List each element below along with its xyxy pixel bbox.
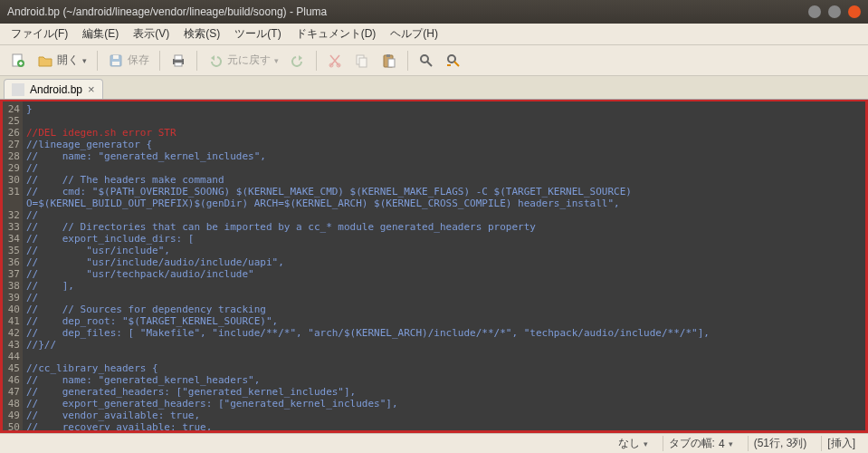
menu-edit[interactable]: 編集(E) bbox=[75, 24, 126, 43]
open-label: 開く bbox=[57, 53, 79, 68]
doc-tabs: Android.bp × bbox=[0, 76, 868, 100]
svg-point-16 bbox=[448, 55, 455, 63]
menu-view[interactable]: 表示(V) bbox=[126, 24, 176, 43]
dropdown-indicator-icon: ▾ bbox=[729, 439, 733, 448]
statusbar: なし ▾ タブの幅: 4 ▾ (51行, 3列) [挿入] bbox=[0, 433, 868, 453]
doc-tab-label: Android.bp bbox=[30, 83, 82, 96]
paste-icon bbox=[381, 53, 397, 69]
doc-tab[interactable]: Android.bp × bbox=[4, 79, 103, 99]
close-icon[interactable]: × bbox=[88, 82, 95, 96]
redo-icon bbox=[290, 53, 306, 69]
find-replace-icon bbox=[445, 53, 462, 69]
dropdown-indicator-icon: ▾ bbox=[82, 56, 87, 65]
window-title: Android.bp (~/android/lineage/vendor/lin… bbox=[7, 5, 327, 18]
menu-help[interactable]: ヘルプ(H) bbox=[383, 24, 445, 43]
menu-document[interactable]: ドキュメント(D) bbox=[289, 24, 384, 43]
copy-button[interactable] bbox=[349, 50, 375, 72]
tab-width-value: 4 bbox=[719, 438, 725, 450]
toolbar: 開く ▾ 保存 元に戻す ▾ bbox=[0, 45, 868, 76]
print-icon bbox=[170, 53, 186, 69]
line-gutter: 2425262728293031323334353637383940414243… bbox=[3, 101, 23, 430]
svg-rect-4 bbox=[112, 62, 119, 65]
toolbar-separator bbox=[97, 51, 98, 71]
titlebar: Android.bp (~/android/lineage/vendor/lin… bbox=[0, 0, 868, 24]
paste-button[interactable] bbox=[377, 50, 402, 72]
new-file-button[interactable] bbox=[5, 50, 31, 72]
tab-width-label: タブの幅: bbox=[669, 436, 715, 451]
window-controls bbox=[808, 5, 861, 18]
close-button[interactable] bbox=[848, 5, 861, 18]
insert-mode: [挿入] bbox=[821, 436, 861, 451]
cut-button[interactable] bbox=[322, 50, 348, 72]
cut-icon bbox=[327, 53, 343, 69]
print-button[interactable] bbox=[166, 50, 191, 72]
toolbar-separator bbox=[159, 51, 160, 71]
maximize-button[interactable] bbox=[828, 5, 841, 18]
toolbar-separator bbox=[407, 51, 408, 71]
highlight-mode-dropdown[interactable]: なし ▾ bbox=[613, 436, 653, 451]
toolbar-separator bbox=[316, 51, 317, 71]
dropdown-indicator-icon: ▾ bbox=[644, 439, 648, 448]
svg-rect-7 bbox=[175, 63, 182, 66]
cursor-position: (51行, 3列) bbox=[748, 436, 813, 451]
save-icon bbox=[108, 53, 124, 69]
undo-icon bbox=[207, 53, 224, 69]
svg-rect-3 bbox=[113, 55, 119, 59]
find-icon bbox=[418, 53, 434, 69]
menu-file[interactable]: ファイル(F) bbox=[4, 24, 75, 43]
open-button[interactable]: 開く ▾ bbox=[33, 50, 91, 72]
toolbar-separator bbox=[196, 51, 197, 71]
save-label: 保存 bbox=[128, 53, 149, 68]
file-new-icon bbox=[10, 53, 26, 69]
tab-width-dropdown[interactable]: タブの幅: 4 ▾ bbox=[663, 436, 739, 451]
menu-search[interactable]: 検索(S) bbox=[176, 24, 227, 43]
svg-rect-11 bbox=[359, 58, 367, 67]
find-replace-button[interactable] bbox=[441, 50, 466, 72]
undo-button[interactable]: 元に戻す ▾ bbox=[203, 50, 283, 72]
minimize-button[interactable] bbox=[808, 5, 821, 18]
find-button[interactable] bbox=[414, 50, 439, 72]
redo-button[interactable] bbox=[285, 50, 310, 72]
folder-open-icon bbox=[37, 53, 53, 69]
save-button[interactable]: 保存 bbox=[103, 50, 154, 72]
svg-rect-6 bbox=[175, 55, 182, 60]
editor: 2425262728293031323334353637383940414243… bbox=[0, 100, 868, 433]
menu-tools[interactable]: ツール(T) bbox=[227, 24, 288, 43]
dropdown-indicator-icon: ▾ bbox=[274, 56, 279, 65]
copy-icon bbox=[354, 53, 370, 69]
menubar: ファイル(F) 編集(E) 表示(V) 検索(S) ツール(T) ドキュメント(… bbox=[0, 24, 868, 45]
svg-rect-14 bbox=[388, 59, 395, 67]
file-icon bbox=[12, 83, 24, 96]
code-area[interactable]: }//DEL idegen.sh error STR//lineage_gene… bbox=[23, 101, 865, 430]
undo-label: 元に戻す bbox=[227, 53, 271, 68]
highlight-mode-label: なし bbox=[618, 436, 640, 451]
svg-point-15 bbox=[421, 55, 428, 63]
svg-rect-13 bbox=[386, 54, 390, 57]
